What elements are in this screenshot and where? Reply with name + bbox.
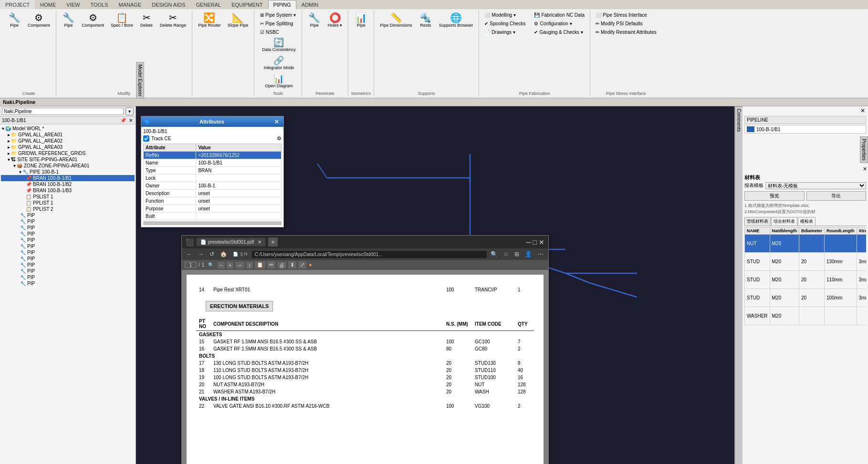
- supports-browser-button[interactable]: 🌐 Supports Browser: [436, 11, 476, 30]
- tree-item-gpwl3[interactable]: ▸📁GPWL ALL_AREA03: [1, 144, 135, 150]
- component-mod-button[interactable]: ⚙ Component: [79, 11, 107, 30]
- tab-manage[interactable]: MANAGE: [114, 0, 147, 9]
- drawings-button[interactable]: 📄 Drawings ▾: [482, 28, 528, 36]
- tab-equipment[interactable]: EQUIPMENT: [226, 0, 268, 9]
- tree-item-pip1[interactable]: 🔧PIP: [1, 212, 135, 218]
- mat-tab-floor[interactable]: 楼检表: [798, 217, 816, 226]
- viewport[interactable]: 🔷 Attributes ✕ 100-B-1/B1 Track CE ⚙ Att…: [136, 106, 734, 464]
- tree-item-bran100b1b3[interactable]: 📌BRAN 100-B-1/B3: [1, 187, 135, 194]
- tree-item-bran100b1b2[interactable]: 📌BRAN 100-B-1/B2: [1, 181, 135, 187]
- mat-table-row[interactable]: STUDM2020110mm3mmLONG STUD BOLTSASTM A19…: [745, 270, 867, 289]
- attr-row[interactable]: TypeBRAN: [144, 167, 282, 175]
- pdf-user-btn[interactable]: 👤: [523, 250, 534, 258]
- nsbc-button[interactable]: ☑ NSBC: [258, 28, 298, 36]
- pdf-page-input[interactable]: [185, 262, 197, 268]
- attr-row[interactable]: Descriptionunset: [144, 190, 282, 197]
- tree-item-pip7[interactable]: 🔧PIP: [1, 249, 135, 256]
- tree-item-site[interactable]: ▾🏗SITE SITE-PIPING-AREA01: [1, 156, 135, 163]
- materials-template-select[interactable]: 材料表-无模板: [765, 182, 866, 189]
- pdf-minimize-btn[interactable]: ─: [526, 238, 531, 246]
- pipe-system-button[interactable]: ⊞ Pipe System ▾: [258, 11, 298, 19]
- sidebar-close-btn[interactable]: ✕: [128, 118, 134, 123]
- tab-general[interactable]: GENERAL: [191, 0, 227, 9]
- pdf-url-input[interactable]: [252, 251, 487, 258]
- pdf-draw-btn[interactable]: ✏: [267, 261, 275, 268]
- configuration-button[interactable]: ⚙ Configuration ▾: [532, 20, 587, 28]
- tab-piping[interactable]: PIPING: [268, 0, 296, 9]
- pdf-print-btn[interactable]: 🖨: [277, 262, 286, 268]
- rests-button[interactable]: 🔩 Rests: [416, 11, 435, 30]
- pdf-search-btn[interactable]: 🔍: [489, 250, 500, 258]
- pdf-download-btn[interactable]: ⬇: [288, 261, 296, 268]
- tab-admin[interactable]: ADMIN: [296, 0, 324, 9]
- pdf-maximize-btn[interactable]: □: [533, 238, 537, 246]
- spec-bore-button[interactable]: 📋 Spec / Bore: [108, 11, 136, 30]
- spool-checks-button[interactable]: ✔ Spooling Checks: [482, 20, 528, 28]
- tree-item-pip12[interactable]: 🔧PIP: [1, 280, 135, 287]
- slope-pipe-button[interactable]: 📐 Slope Pipe: [225, 11, 251, 30]
- sidebar-dropdown-btn[interactable]: ▾: [125, 107, 134, 115]
- pipeline-item[interactable]: 100-B-1/B1: [744, 125, 866, 134]
- mat-table-row[interactable]: STUDM2020100mm3mmLONG STUD BOLTSASTM A19…: [745, 289, 867, 307]
- tree-item-pip10[interactable]: 🔧PIP: [1, 268, 135, 274]
- pipe-button[interactable]: 🔧 Pipe: [5, 11, 24, 30]
- attr-row[interactable]: Functionunset: [144, 197, 282, 205]
- attr-row[interactable]: Owner100-B-1: [144, 182, 282, 190]
- pipe-dim-button[interactable]: 📏 Pipe Dimensions: [377, 11, 415, 30]
- preview-btn[interactable]: 预览: [744, 191, 805, 201]
- pipe-iso-button[interactable]: 📊 Pipe: [352, 11, 371, 30]
- search-input[interactable]: [2, 108, 124, 115]
- pdf-tab-close[interactable]: ✕: [258, 239, 261, 245]
- mat-tab-pipeline[interactable]: 管线材料表: [744, 217, 771, 226]
- tree-item-zone[interactable]: ▾📦ZONE ZONE-PIPING-AREA01: [1, 163, 135, 169]
- tree-item-gridwl[interactable]: ▸📁GRIDWL REFERENCE_GRIDS: [1, 150, 135, 156]
- data-consistency-button[interactable]: 🔄 Data Consistency: [259, 36, 299, 54]
- export-btn[interactable]: 导出: [806, 191, 867, 201]
- track-ce-checkbox[interactable]: [143, 135, 149, 142]
- tree-item-pip9[interactable]: 🔧PIP: [1, 262, 135, 268]
- pdf-fit-width-btn[interactable]: ↕: [246, 262, 253, 268]
- pipe-stress-iface-button[interactable]: ⬜ Pipe Stress Interface: [593, 11, 659, 19]
- attr-row[interactable]: Purposeunset: [144, 205, 282, 213]
- mat-table-row[interactable]: WASHERM20WASHERASTM A193-B7/2H128: [745, 307, 867, 325]
- track-ce-settings-icon[interactable]: ⚙: [277, 135, 282, 142]
- pdf-reload-btn[interactable]: ↺: [208, 250, 216, 258]
- pdf-bookmark-btn[interactable]: ☆: [502, 250, 511, 258]
- open-diagram-button[interactable]: 📊 Open Diagram: [259, 72, 299, 90]
- attributes-dialog-titlebar[interactable]: 🔷 Attributes ✕: [141, 116, 283, 127]
- pdf-new-tab-btn[interactable]: +: [268, 237, 278, 247]
- pdf-menu-btn[interactable]: ⋯: [536, 250, 545, 258]
- tree-item-pip6[interactable]: 🔧PIP: [1, 243, 135, 249]
- tree-item-pip4[interactable]: 🔧PIP: [1, 231, 135, 237]
- tree-item-pipe100b1[interactable]: ▾🔧PIPE 100-B-1: [1, 169, 135, 175]
- tree-item-bran100b1b1[interactable]: 📌BRAN 100-B-1/B1: [1, 175, 135, 181]
- attr-row[interactable]: Built: [144, 213, 282, 220]
- tab-view[interactable]: VIEW: [61, 0, 85, 9]
- sidebar-pin-btn[interactable]: 📌: [119, 118, 127, 123]
- attr-row[interactable]: Name100-B-1/B1: [144, 159, 282, 167]
- pdf-back-btn[interactable]: ←: [185, 250, 194, 258]
- right-panel-close[interactable]: ✕: [858, 107, 867, 114]
- tree-item-pplist1[interactable]: 📋PPLIST 1: [1, 200, 135, 206]
- tab-tools[interactable]: TOOLS: [85, 0, 113, 9]
- pdf-share-btn[interactable]: ⊞: [512, 250, 521, 258]
- delete-range-button[interactable]: ✂ Delete Range: [157, 11, 189, 30]
- tree-item-model[interactable]: ▾🌍Model WORL *: [1, 125, 135, 132]
- pipe-splitting-button[interactable]: ✂ Pipe Splitting: [258, 20, 298, 28]
- component-button[interactable]: ⚙ Component: [25, 11, 53, 30]
- pdf-zoom-out-btn[interactable]: −: [218, 262, 224, 268]
- gauging-checks-button[interactable]: ✔ Gauging & Checks ▾: [532, 28, 587, 36]
- modelling-button[interactable]: ⬜ Modelling ▾: [482, 11, 528, 19]
- attributes-dialog-close[interactable]: ✕: [273, 118, 281, 125]
- properties-tab[interactable]: Properties: [860, 136, 868, 163]
- tree-item-pip5[interactable]: 🔧PIP: [1, 237, 135, 243]
- pdf-fit-page-btn[interactable]: ↔: [235, 262, 244, 268]
- integrator-mode-button[interactable]: 🔗 Integrator Mode: [259, 54, 299, 72]
- attr-scrollbar[interactable]: [143, 221, 282, 225]
- mat-tab-combined[interactable]: 综合材料表: [771, 217, 797, 226]
- pipe-pen-button[interactable]: 🔧 Pipe: [305, 11, 324, 30]
- pdf-star-btn[interactable]: ★: [308, 262, 313, 268]
- tree-item-pip3[interactable]: 🔧PIP: [1, 225, 135, 231]
- tree-item-pip8[interactable]: 🔧PIP: [1, 256, 135, 262]
- modify-psi-button[interactable]: ✏ Modify PSI Defaults: [593, 20, 659, 28]
